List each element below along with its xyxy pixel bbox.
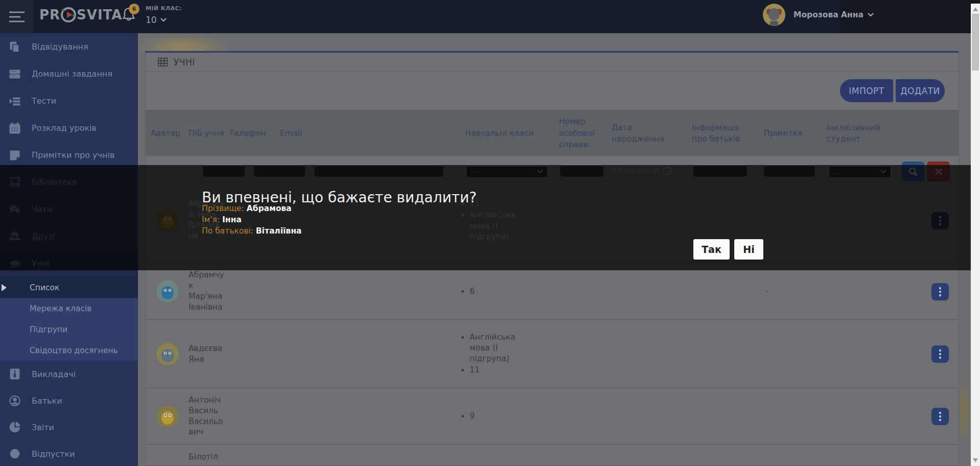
class-item: 9: [470, 411, 475, 422]
avatar: [763, 4, 785, 26]
row-actions-button[interactable]: [931, 345, 949, 363]
class-item: Англійська мова (І підгрупа): [470, 332, 528, 364]
sidebar-item-label: Звіти: [32, 423, 54, 432]
sidebar-item-spysok[interactable]: Список: [0, 277, 138, 298]
scrollbar-thumb[interactable]: [972, 14, 979, 71]
note-icon: [9, 150, 20, 161]
import-button[interactable]: ІМПОРТ: [840, 79, 893, 102]
field-value: Віталіївна: [256, 226, 302, 236]
table-row: Авдєєва ЯнаАнглійська мова (І підгрупа)1…: [146, 320, 959, 388]
student-classes: 9: [461, 388, 528, 444]
user-name: Морозова Анна: [794, 10, 864, 19]
sidebar-item-vykladachi[interactable]: Викладачі: [0, 361, 138, 387]
table-header: АватарПІБ учняТелефонEmailНавчальні клас…: [146, 110, 959, 156]
confirm-field-patronymic: По батькові:Віталіївна: [202, 226, 301, 236]
tie-icon: [9, 368, 20, 380]
brand-pr: PR: [39, 7, 60, 22]
avatar-cell: [156, 263, 184, 319]
student-avatar-illustration: [156, 405, 179, 428]
sidebar-item-label: Відпустки: [32, 449, 75, 459]
brand-svita: SVITA: [77, 7, 122, 22]
field-value: Абрамова: [247, 204, 292, 213]
row-actions-button[interactable]: [931, 283, 949, 300]
sidebar-item-vidviduvannia[interactable]: Відвідування: [0, 33, 138, 60]
student-avatar-illustration: [156, 279, 179, 303]
user-menu[interactable]: Морозова Анна: [763, 4, 874, 26]
top-navbar: PRSVITA 6 МІЙ КЛАС: 10 Морозова Анна: [0, 0, 971, 33]
dot-icon: [9, 448, 20, 459]
brand-play-icon: [61, 7, 76, 22]
table-icon: [158, 58, 168, 66]
scroll-down-arrow-icon[interactable]: [973, 458, 978, 462]
sidebar-item-domashni-zavdannia[interactable]: Домашні завдання: [0, 60, 138, 87]
page-title: УЧНІ: [174, 57, 195, 67]
sidebar-item-merezha-klasiv[interactable]: Мережа класів: [0, 298, 138, 319]
column-header-10[interactable]: Інклюзивний студент: [827, 110, 898, 156]
student-name: Авдєєва Яна: [189, 320, 224, 388]
column-header-9[interactable]: Примітка: [764, 110, 815, 156]
class-item: 6: [470, 286, 475, 297]
scroll-up-arrow-icon[interactable]: [973, 7, 978, 11]
confirm-yes-button[interactable]: Так: [693, 239, 730, 260]
sidebar-item-zvity[interactable]: Звіти: [0, 414, 138, 440]
chevron-down-icon: [868, 13, 874, 17]
avatar-cell: [156, 445, 184, 465]
list-icon: [9, 68, 20, 80]
student-classes: 6: [461, 263, 528, 319]
add-button[interactable]: ДОДАТИ: [896, 79, 945, 102]
row-actions-button[interactable]: [931, 408, 949, 425]
column-header-4[interactable]: Email: [280, 110, 341, 156]
sidebar-item-svidotstvo-dosiahnen[interactable]: Свідоцтво досягнень: [0, 340, 138, 361]
student-name: Білотіл: [189, 445, 224, 465]
column-header-5[interactable]: Навчальні класи: [465, 110, 552, 156]
active-arrow-icon: [2, 284, 7, 291]
modal-backdrop: [0, 165, 971, 270]
student-classes: Англійська мова (І підгрупа)11: [461, 320, 528, 388]
table-row: Абрамчук Мар'яна Іванівна6-: [146, 263, 959, 320]
avatar-cell: [156, 388, 184, 444]
kebab-menu-icon: [939, 287, 942, 297]
field-value: Інна: [222, 215, 242, 224]
table-row: Білотіл: [146, 445, 959, 465]
sidebar-item-batky[interactable]: Батьки: [0, 387, 138, 414]
field-label: Прізвище:: [202, 204, 244, 213]
column-header-2[interactable]: ПІБ учня: [189, 110, 224, 156]
my-class-dropdown[interactable]: МІЙ КЛАС: 10: [146, 5, 182, 25]
menu-toggle-button[interactable]: [0, 0, 33, 33]
student-avatar-illustration: [156, 342, 179, 366]
kebab-menu-icon: [939, 349, 942, 359]
sidebar-item-label: Свідоцтво досягнень: [30, 346, 118, 355]
sidebar-item-rozklad-urokiv[interactable]: Розклад уроків: [0, 114, 138, 142]
column-header-8[interactable]: Інформація про батьків: [692, 110, 755, 156]
student-note: -: [765, 263, 768, 319]
brand-logo[interactable]: PRSVITA: [39, 7, 122, 22]
scrollbar[interactable]: [971, 0, 980, 466]
panel-header: УЧНІ: [146, 53, 959, 72]
user-circle-icon: [9, 395, 20, 407]
scrollbar-top-cap: [971, 0, 980, 4]
sidebar-item-label: Викладачі: [32, 369, 76, 379]
test-icon: [9, 96, 20, 107]
student-name: Абрамчук Мар'яна Іванівна: [189, 263, 224, 319]
kebab-menu-icon: [939, 411, 942, 422]
sidebar-item-label: Мережа класів: [30, 304, 91, 313]
sidebar-item-testy[interactable]: Тести: [0, 87, 138, 114]
column-header-6[interactable]: Номер особової справи: [559, 110, 606, 156]
hamburger-icon: [9, 11, 25, 22]
field-label: По батькові:: [202, 226, 253, 236]
pie-icon: [9, 422, 20, 433]
notification-badge: 6: [129, 4, 139, 14]
confirm-field-surname: Прізвище:Абрамова: [202, 204, 292, 213]
column-header-1[interactable]: Аватар: [151, 110, 183, 156]
table-row: Антоніч Василь Васильович9: [146, 388, 959, 445]
my-class-label: МІЙ КЛАС:: [146, 5, 182, 12]
chevron-down-icon: [160, 18, 167, 22]
sidebar-item-label: Домашні завдання: [32, 69, 112, 79]
column-header-3[interactable]: Телефон: [229, 110, 276, 156]
sidebar-item-vidpustky[interactable]: Відпустки: [0, 440, 138, 466]
column-header-7[interactable]: Дата народження: [612, 110, 673, 156]
calendar-icon: [9, 123, 20, 134]
confirm-no-button[interactable]: Ні: [734, 239, 763, 260]
notifications-button[interactable]: 6: [122, 7, 142, 28]
sidebar-item-pidhrupy[interactable]: Підгрупи: [0, 319, 138, 340]
